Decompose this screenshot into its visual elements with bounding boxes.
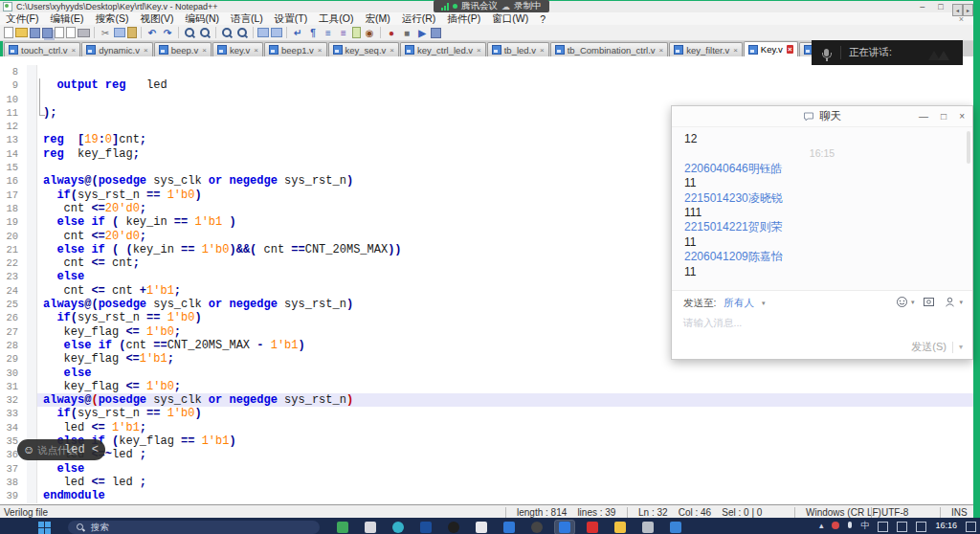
screenshot-icon[interactable] xyxy=(923,296,935,308)
chevron-down-icon[interactable]: ▾ xyxy=(911,299,915,306)
tab-close-icon[interactable]: × xyxy=(733,46,738,55)
tab-beep.v[interactable]: beep.v× xyxy=(154,42,212,56)
tab-close-icon[interactable]: × xyxy=(659,46,664,55)
tray-volume-icon[interactable] xyxy=(916,522,926,532)
tab-key_ctrl_led.v[interactable]: key_ctrl_led.v× xyxy=(400,42,486,56)
danmaku-input-bubble[interactable]: ☺ 说点什么 led < xyxy=(17,439,105,460)
taskbar-app-1-icon[interactable] xyxy=(333,521,352,534)
code-line-33[interactable]: 33 if(sys_rst_n == 1'b0) xyxy=(0,407,973,420)
code-line-37[interactable]: 37 else xyxy=(0,462,973,476)
minimize-button[interactable]: – xyxy=(920,2,924,11)
sync-vertical-icon[interactable] xyxy=(257,28,269,37)
emoji-icon[interactable] xyxy=(896,296,908,308)
play-macro-icon[interactable]: ▶ xyxy=(415,27,429,39)
menu-item-2[interactable]: 编辑(E) xyxy=(44,12,89,26)
record-macro-icon[interactable]: ● xyxy=(385,27,398,39)
redo-icon[interactable]: ↷ xyxy=(161,27,174,39)
chevron-down-icon[interactable]: ▾ xyxy=(959,299,963,306)
tab-close-icon[interactable]: × xyxy=(318,46,323,55)
menu-item-3[interactable]: 搜索(S) xyxy=(89,12,134,26)
chat-close-button[interactable]: × xyxy=(959,111,965,122)
taskbar-app-10-icon[interactable] xyxy=(583,521,602,534)
taskbar-app-2-icon[interactable] xyxy=(361,521,380,534)
stop-macro-icon[interactable]: ■ xyxy=(400,27,413,39)
tab-beep1.v[interactable]: beep1.v× xyxy=(264,42,326,56)
taskbar-app-11-icon[interactable] xyxy=(611,521,630,534)
send-options-chevron-icon[interactable]: ▾ xyxy=(959,343,963,351)
tab-close-icon[interactable]: × xyxy=(72,46,77,55)
tab-close-icon[interactable]: × xyxy=(787,45,793,54)
tab-close-icon[interactable]: × xyxy=(202,46,207,55)
cut-icon[interactable]: ✂ xyxy=(99,27,112,39)
tray-ime-label[interactable]: 中 xyxy=(860,521,869,531)
function-list-icon[interactable]: ≡ xyxy=(337,27,350,39)
code-line-34[interactable]: 34 led <= 1'b1; xyxy=(0,421,973,434)
tab-key.v[interactable]: key.v× xyxy=(212,42,263,56)
code-line-8[interactable]: 8 xyxy=(0,65,973,78)
menu-item-5[interactable]: 编码(N) xyxy=(179,12,225,26)
menu-item-9[interactable]: 宏(M) xyxy=(359,12,395,26)
tray-input-icon[interactable] xyxy=(878,522,888,532)
tab-dynamic.v[interactable]: dynamic.v× xyxy=(81,42,152,56)
tab-tb_led.v[interactable]: tb_led.v× xyxy=(487,42,549,56)
chat-title-bar[interactable]: 聊天 — □ × xyxy=(672,106,972,127)
tab-close-icon[interactable]: × xyxy=(254,46,258,55)
menu-item-10[interactable]: 运行(R) xyxy=(396,12,442,26)
save-all-icon[interactable] xyxy=(42,28,53,38)
taskbar-search[interactable]: 搜索 xyxy=(68,521,320,534)
tray-mic-icon[interactable] xyxy=(848,522,852,528)
menu-item-11[interactable]: 插件(P) xyxy=(441,12,486,26)
meeting-overlay-pill[interactable]: 腾讯会议 ☁ 录制中 xyxy=(434,0,549,12)
tab-close-icon[interactable]: × xyxy=(390,46,394,55)
show-symbols-icon[interactable]: ¶ xyxy=(306,27,320,39)
save-icon[interactable] xyxy=(30,28,40,38)
zoom-out-icon[interactable] xyxy=(235,27,249,39)
taskbar-app-8-icon[interactable] xyxy=(527,521,546,534)
taskbar-app-3-icon[interactable] xyxy=(389,521,408,534)
send-to-dropdown[interactable]: 所有人 xyxy=(724,297,754,310)
code-line-36[interactable]: 36 led <=~led ; xyxy=(0,448,973,461)
taskbar-app-12-icon[interactable] xyxy=(638,521,657,534)
doc-map-icon[interactable] xyxy=(352,27,361,38)
tab-tb_Combination_ctrl.v[interactable]: tb_Combination_ctrl.v× xyxy=(550,42,669,56)
monitoring-icon[interactable]: ◉ xyxy=(363,27,376,39)
menu-item-13[interactable]: ? xyxy=(534,13,551,25)
close-all-icon[interactable] xyxy=(66,27,76,38)
zoom-in-icon[interactable] xyxy=(220,27,234,39)
tray-red-icon[interactable] xyxy=(832,522,839,529)
menu-item-8[interactable]: 工具(O) xyxy=(313,12,359,26)
code-line-30[interactable]: 30 else xyxy=(0,367,973,380)
chat-input[interactable]: 请输入消息... xyxy=(672,310,972,337)
taskbar-app-6-icon[interactable] xyxy=(472,521,491,534)
code-line-9[interactable]: 9 output reg led xyxy=(0,78,973,92)
menu-item-6[interactable]: 语言(L) xyxy=(225,12,269,26)
print-icon[interactable] xyxy=(78,29,90,37)
code-line-10[interactable]: 10 xyxy=(0,93,973,106)
code-line-31[interactable]: 31 key_flag <= 1'b0; xyxy=(0,380,973,393)
chat-scrollbar[interactable] xyxy=(967,131,970,164)
taskbar-app-meeting-icon[interactable] xyxy=(555,521,574,534)
undo-icon[interactable]: ↶ xyxy=(145,27,159,39)
tab-key_seq.v[interactable]: key_seq.v× xyxy=(328,42,399,56)
taskbar-app-7-icon[interactable] xyxy=(500,521,519,534)
word-wrap-icon[interactable]: ↵ xyxy=(291,27,304,39)
sync-horizontal-icon[interactable] xyxy=(271,28,282,37)
taskbar-app-5-icon[interactable] xyxy=(444,521,463,534)
code-line-32[interactable]: 32always@(posedge sys_clk or negedge sys… xyxy=(0,393,973,407)
start-button[interactable] xyxy=(38,522,51,534)
find-icon[interactable] xyxy=(183,27,196,39)
tab-scroll-left-icon[interactable]: ◂ xyxy=(952,4,963,16)
tab-key_filter.v[interactable]: key_filter.v× xyxy=(669,42,743,56)
new-file-icon[interactable] xyxy=(4,27,13,38)
menu-item-1[interactable]: 文件(F) xyxy=(0,12,44,26)
paste-icon[interactable] xyxy=(127,27,137,38)
tab-close-icon[interactable]: × xyxy=(540,46,545,55)
menu-item-12[interactable]: 窗口(W) xyxy=(486,12,534,26)
taskbar-app-13-icon[interactable] xyxy=(666,521,685,534)
code-line-35[interactable]: 35 else if (key_flag == 1'b1) xyxy=(0,434,973,448)
close-doc-icon[interactable] xyxy=(55,27,64,38)
tab-scroll-right-icon[interactable]: ▸ xyxy=(963,4,973,16)
tab-Key.v[interactable]: Key.v× xyxy=(744,41,798,56)
send-button[interactable]: 发送(S) xyxy=(911,340,947,354)
copy-icon[interactable] xyxy=(114,28,125,37)
